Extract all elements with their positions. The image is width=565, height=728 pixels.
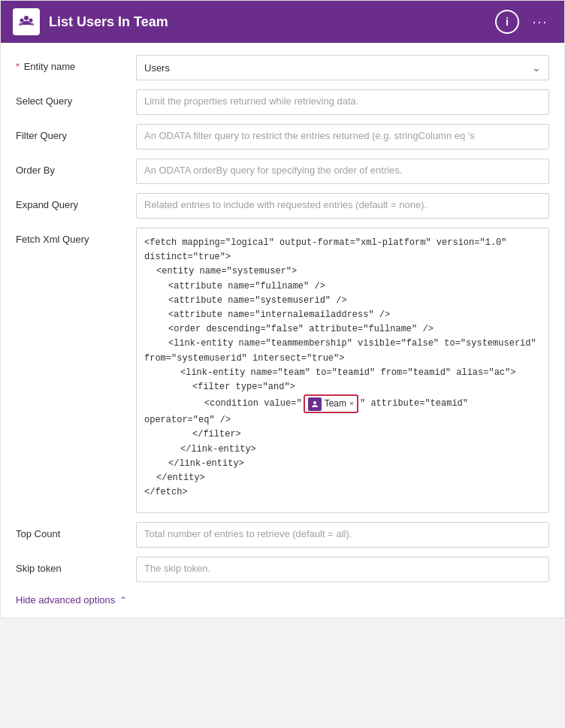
order-by-label: Order By xyxy=(16,159,136,176)
xml-line-14: </filter> xyxy=(144,427,541,442)
team-token-label: Team xyxy=(325,397,346,411)
header-actions: i ··· xyxy=(495,10,552,34)
required-marker: * xyxy=(16,61,20,72)
app-icon xyxy=(13,8,40,35)
fetch-xml-input[interactable]: <fetch mapping="logical" output-format="… xyxy=(136,228,549,513)
top-count-row: Top Count Total number of entries to ret… xyxy=(16,522,549,548)
top-count-input[interactable]: Total number of entries to retrieve (def… xyxy=(136,522,549,548)
footer-row: Hide advanced options ⌃ xyxy=(16,594,549,606)
skip-token-row: Skip token The skip token. xyxy=(16,557,549,582)
more-icon: ··· xyxy=(532,14,548,30)
fetch-xml-row: Fetch Xml Query <fetch mapping="logical"… xyxy=(16,228,549,513)
top-count-label: Top Count xyxy=(16,522,136,539)
xml-line-4: <attribute name="fullname" /> xyxy=(144,279,541,294)
info-button[interactable]: i xyxy=(495,10,519,34)
team-token-close-icon[interactable]: ✕ xyxy=(349,398,354,410)
xml-line-17: </entity> xyxy=(144,471,541,485)
svg-point-1 xyxy=(20,19,24,23)
xml-line-13: operator="eq" /> xyxy=(144,413,541,427)
app-container: List Users In Team i ··· * Entity name U… xyxy=(0,0,565,618)
xml-line-6: <attribute name="internalemailaddress" /… xyxy=(144,308,541,322)
xml-line-10: <link-entity name="team" to="teamid" fro… xyxy=(144,366,541,380)
fetch-xml-label: Fetch Xml Query xyxy=(16,228,136,245)
skip-token-input[interactable]: The skip token. xyxy=(136,557,549,582)
skip-token-label: Skip token xyxy=(16,557,136,574)
xml-line-7: <order descending="false" attribute="ful… xyxy=(144,322,541,337)
filter-query-label: Filter Query xyxy=(16,124,136,141)
svg-point-2 xyxy=(29,19,33,23)
select-query-row: Select Query Limit the properties return… xyxy=(16,89,549,115)
xml-line-11: <filter type="and"> xyxy=(144,380,541,394)
entity-name-row: * Entity name Users ⌄ xyxy=(16,55,549,80)
filter-query-row: Filter Query An ODATA filter query to re… xyxy=(16,124,549,150)
svg-point-0 xyxy=(24,16,29,20)
expand-query-input[interactable]: Related entries to include with requeste… xyxy=(136,193,549,219)
xml-line-5: <attribute name="systemuserid" /> xyxy=(144,294,541,308)
header: List Users In Team i ··· xyxy=(1,1,564,43)
team-token-icon xyxy=(308,397,322,411)
xml-condition-line: <condition value=" Team ✕ " attribute="t… xyxy=(144,394,541,413)
xml-line-9: from="systemuserid" intersect="true"> xyxy=(144,352,541,366)
chevron-up-icon: ⌃ xyxy=(119,595,127,606)
xml-line-3: <entity name="systemuser"> xyxy=(144,264,541,279)
xml-line-8: <link-entity name="teammembership" visib… xyxy=(144,337,541,351)
entity-name-dropdown[interactable]: Users ⌄ xyxy=(136,55,549,80)
select-query-input[interactable]: Limit the properties returned while retr… xyxy=(136,89,549,115)
page-title: List Users In Team xyxy=(49,14,495,30)
order-by-row: Order By An ODATA orderBy query for spec… xyxy=(16,159,549,184)
xml-line-15: </link-entity> xyxy=(144,443,541,457)
xml-line-18: </fetch> xyxy=(144,485,541,500)
filter-query-input[interactable]: An ODATA filter query to restrict the en… xyxy=(136,124,549,150)
team-token[interactable]: Team ✕ xyxy=(304,394,358,413)
chevron-down-icon: ⌄ xyxy=(532,62,541,74)
xml-line-1: <fetch mapping="logical" output-format="… xyxy=(144,236,541,250)
hide-advanced-button[interactable]: Hide advanced options ⌃ xyxy=(16,594,127,606)
hide-advanced-label: Hide advanced options xyxy=(16,594,115,606)
svg-point-3 xyxy=(313,401,316,404)
expand-query-label: Expand Query xyxy=(16,193,136,210)
xml-line-16: </link-entity> xyxy=(144,457,541,471)
order-by-input[interactable]: An ODATA orderBy query for specifying th… xyxy=(136,159,549,184)
select-query-label: Select Query xyxy=(16,89,136,107)
expand-query-row: Expand Query Related entries to include … xyxy=(16,193,549,219)
form-area: * Entity name Users ⌄ Select Query Limit… xyxy=(1,43,564,618)
xml-line-2: distinct="true"> xyxy=(144,250,541,264)
entity-name-label: * Entity name xyxy=(16,55,136,72)
more-button[interactable]: ··· xyxy=(528,10,552,34)
